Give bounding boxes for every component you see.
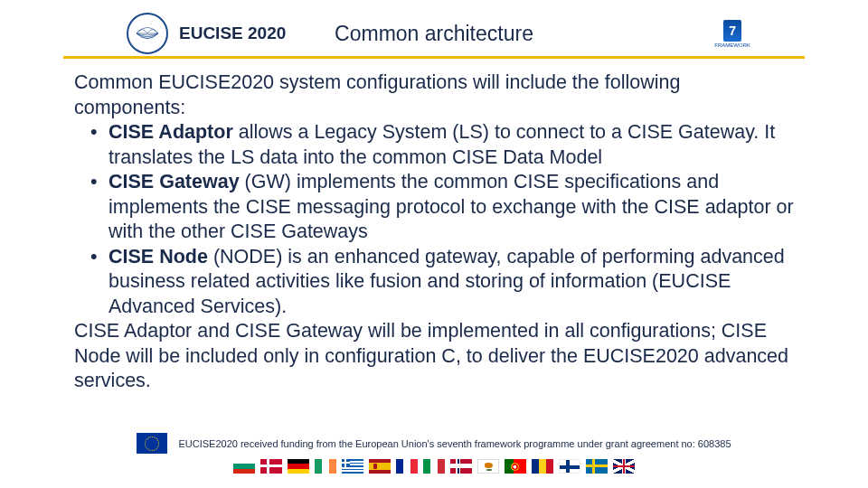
list-item: CISE Adaptor allows a Legacy System (LS)… — [108, 120, 794, 170]
funding-row: EUCISE2020 received funding from the Eur… — [137, 433, 731, 454]
funding-text: EUCISE2020 received funding from the Eur… — [178, 438, 731, 449]
flag-denmark-icon — [260, 459, 282, 474]
item-bold: CISE Node — [108, 246, 208, 267]
flags-row — [233, 459, 635, 474]
flag-romania-icon — [532, 459, 553, 474]
item-bold: CISE Gateway — [108, 171, 240, 192]
page-title: Common architecture — [335, 22, 533, 46]
flag-ireland-icon — [315, 459, 336, 474]
item-rest: (NODE) is an enhanced gateway, capable o… — [108, 246, 785, 317]
flag-uk-icon — [613, 459, 635, 474]
outro-text: CISE Adaptor and CISE Gateway will be im… — [74, 319, 794, 394]
footer: EUCISE2020 received funding from the Eur… — [0, 433, 868, 474]
slide: EUCISE 2020 Common architecture 7 FRAMEW… — [0, 0, 868, 488]
flag-france-icon — [396, 459, 418, 474]
list-item: CISE Node (NODE) is an enhanced gateway,… — [108, 245, 794, 320]
flag-cyprus-icon — [477, 459, 499, 474]
project-label: EUCISE 2020 — [179, 23, 286, 43]
flag-portugal-icon — [505, 459, 526, 474]
fp7-logo-icon: 7 FRAMEWORK — [714, 20, 750, 48]
flag-italy-icon — [423, 459, 445, 474]
list-item: CISE Gateway (GW) implements the common … — [108, 170, 794, 245]
flag-spain-icon — [369, 459, 391, 474]
flag-finland-icon — [559, 459, 580, 474]
project-logo-icon — [127, 13, 168, 54]
header: EUCISE 2020 Common architecture 7 FRAMEW… — [63, 11, 805, 59]
flag-greece-icon — [342, 459, 363, 474]
eu-flag-icon — [137, 433, 167, 454]
flag-bulgaria-icon — [233, 459, 255, 474]
flag-germany-icon — [288, 459, 309, 474]
fp7-number: 7 — [723, 20, 741, 42]
flag-sweden-icon — [586, 459, 608, 474]
intro-text: Common EUCISE2020 system configurations … — [74, 70, 794, 120]
flag-norway-icon — [450, 459, 472, 474]
components-list: CISE Adaptor allows a Legacy System (LS)… — [74, 120, 794, 319]
fp7-caption: FRAMEWORK — [714, 42, 750, 48]
body-content: Common EUCISE2020 system configurations … — [74, 70, 794, 394]
item-bold: CISE Adaptor — [108, 121, 233, 143]
